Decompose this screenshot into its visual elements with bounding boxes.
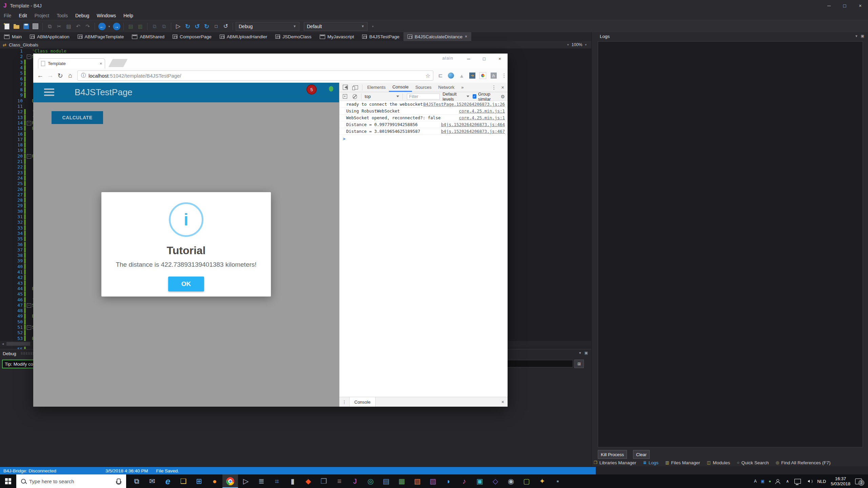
menu-edit[interactable]: Edit [15, 13, 31, 18]
taskbar-sheets-icon[interactable]: ▦ [394, 474, 410, 488]
home-icon[interactable]: ⌂ [65, 72, 76, 79]
new-file-icon[interactable]: ✦ [3, 22, 11, 30]
forward-icon[interactable]: → [45, 72, 56, 79]
browser-menu-icon[interactable]: ⋮ [501, 72, 508, 79]
console-sidebar-icon[interactable]: ▸ [343, 94, 347, 99]
taskbar-code-editor-icon[interactable]: ⌗ [269, 474, 285, 488]
fold-marker-icon[interactable]: − [27, 303, 31, 308]
fold-marker-icon[interactable]: − [27, 154, 31, 159]
show-hidden-icons-chevron[interactable]: ∧ [786, 479, 789, 484]
ide-close-button[interactable]: × [852, 0, 868, 11]
console-prompt[interactable]: > [339, 135, 508, 141]
tool-tab-find-all-references-f7-[interactable]: ◎Find All References (F7) [775, 460, 830, 465]
devtools-menu-icon[interactable]: ⋮ [491, 84, 496, 90]
ide-tab-composerpage[interactable]: ComposerPage [169, 32, 216, 41]
browser-minimize-button[interactable]: ─ [461, 54, 476, 64]
browser-maximize-button[interactable]: □ [476, 54, 492, 64]
network-icon[interactable] [794, 479, 801, 484]
logs-output-area[interactable] [598, 41, 863, 447]
bookmark-star-icon[interactable]: ☆ [426, 73, 430, 79]
notification-badge[interactable]: 5 [307, 84, 317, 95]
zoom-caret-icon[interactable]: ▾ [585, 43, 587, 46]
console-filter-input[interactable]: Filter [407, 94, 440, 100]
taskbar-notes-2-icon[interactable]: ▨ [425, 474, 441, 488]
devtools-close-icon[interactable]: × [501, 84, 504, 90]
taskbar-firefox-icon[interactable]: ● [207, 474, 222, 488]
devtools-tab-sources[interactable]: Sources [412, 83, 435, 92]
taskbar-notes-icon[interactable]: ≣ [254, 474, 269, 488]
browser-profile-button[interactable]: alain [442, 56, 453, 61]
taskbar-terminal-icon[interactable]: ▮ [285, 474, 300, 488]
ide-tab-b4jscalculatedistance[interactable]: B4JSCalculateDistance× [403, 32, 471, 41]
debug-resume-icon[interactable]: ↺ [193, 22, 201, 30]
extension-photos-icon[interactable] [479, 72, 486, 79]
ide-tab-b4jstestpage[interactable]: B4JSTestPage [358, 32, 403, 41]
cut-icon[interactable]: ✂ [55, 22, 63, 30]
browser-close-button[interactable]: × [492, 54, 508, 64]
taskbar-media-player-icon[interactable]: ▷ [238, 474, 254, 488]
microphone-icon[interactable] [117, 479, 121, 484]
action-center-icon[interactable]: 2 [855, 479, 862, 484]
taskbar-tool-1-icon[interactable]: ▢ [519, 474, 534, 488]
drawer-menu-icon[interactable]: ⋮ [342, 400, 347, 405]
ide-tab-main[interactable]: Main [0, 32, 26, 41]
debug-panel-caret-icon[interactable]: ▾ [579, 351, 581, 355]
taskbar-slides-icon[interactable]: ▧ [410, 474, 425, 488]
build-configuration-dropdown[interactable]: Debug▼ [236, 22, 299, 31]
hamburger-menu-icon[interactable] [44, 88, 54, 98]
tray-app-2-icon[interactable]: ▣ [761, 479, 765, 484]
undo-icon[interactable]: ↶ [74, 22, 82, 30]
tool-tab-modules[interactable]: ◫Modules [707, 460, 730, 465]
console-source-link[interactable]: b4js.1520264206873.js:467 [441, 129, 505, 134]
start-button[interactable] [0, 474, 16, 488]
kill-process-button[interactable]: Kill Process [598, 450, 627, 459]
ide-tab-abmuploadhandler[interactable]: ABMUploadHandler [216, 32, 271, 41]
page-info-icon[interactable]: ⓘ [81, 73, 86, 79]
taskbar-search-box[interactable]: Type here to search [16, 474, 126, 488]
address-bar[interactable]: ⓘ localhost :51042/template/B4JSTestPage… [77, 70, 433, 81]
restart-icon[interactable]: ↺ [221, 22, 230, 30]
extension-globe-icon[interactable] [448, 72, 454, 79]
taskbar-file-explorer-icon[interactable]: ❏ [176, 474, 191, 488]
debug-restart-icon[interactable]: ↻ [183, 22, 192, 30]
tray-app-1-icon[interactable]: A [754, 479, 757, 484]
debug-panel-pin-icon[interactable]: ▣ [585, 351, 588, 355]
next-module-icon[interactable]: ⧉ [160, 22, 168, 30]
menu-file[interactable]: File [0, 13, 15, 18]
uncomment-icon[interactable]: ▥ [136, 22, 144, 30]
taskbar-vm-icon[interactable]: ❒ [316, 474, 332, 488]
taskbar-game-hub-icon[interactable]: ◉ [503, 474, 519, 488]
console-source-link[interactable]: B4JSTestPage.1520264206873.js:26 [423, 102, 505, 107]
taskbar-chat-icon[interactable]: ◗ [441, 474, 456, 488]
layout-dropdown[interactable]: Default▼ [304, 22, 368, 31]
console-settings-gear-icon[interactable]: ⚙ [500, 94, 505, 99]
taskbar-task-view-icon[interactable]: ⧉ [129, 474, 144, 488]
navigate-forward-icon[interactable]: → [112, 22, 121, 30]
group-similar-checkbox[interactable]: ✓ [473, 94, 476, 99]
extension-icon-1[interactable]: ⊏ [437, 72, 444, 79]
navigate-back-caret-icon[interactable]: ▾ [107, 22, 111, 30]
language-indicator[interactable]: NLD [817, 479, 826, 484]
extension-icon-2[interactable]: ➜ [469, 72, 476, 79]
splitter-caret-icon[interactable]: ▾ [567, 43, 569, 46]
export-icon[interactable] [31, 22, 40, 30]
tab-close-icon[interactable]: × [465, 34, 467, 39]
ide-tab-abmapplication[interactable]: ABMApplication [26, 32, 73, 41]
devtools-tab-more[interactable]: » [458, 83, 467, 92]
menu-windows[interactable]: Windows [93, 13, 120, 18]
extension-drive-icon[interactable]: ▲ [458, 72, 465, 79]
menu-project[interactable]: Project [31, 13, 53, 18]
clear-console-icon[interactable] [353, 94, 357, 99]
tool-tab-files-manager[interactable]: ▥Files Manager [665, 460, 700, 465]
console-source-link[interactable]: core.4.25.min.js:1 [459, 115, 505, 120]
inspect-element-icon[interactable] [343, 85, 348, 90]
browser-tab[interactable]: Template × [38, 58, 105, 68]
fold-marker-icon[interactable]: − [27, 325, 31, 330]
clock[interactable]: 16:37 5/03/2018 [831, 476, 850, 486]
clear-logs-button[interactable]: Clear [633, 450, 650, 459]
debug-step-icon[interactable]: ↻ [202, 22, 211, 30]
calculate-button[interactable]: CALCULATE [52, 111, 103, 124]
tool-tab-libraries-manager[interactable]: ❐Libraries Manager [594, 460, 636, 465]
editor-zoom-level[interactable]: 100% [571, 42, 582, 47]
prev-module-icon[interactable]: ⧉ [150, 22, 159, 30]
